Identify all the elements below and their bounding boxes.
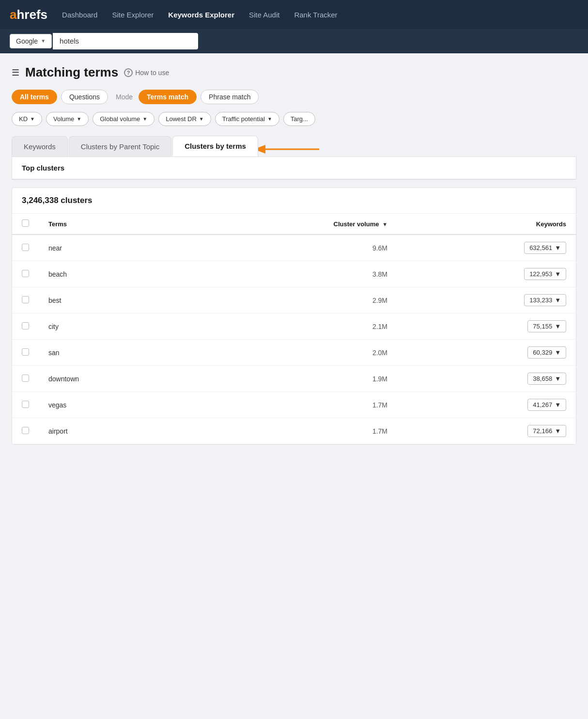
keywords-dropdown-btn[interactable]: 75,155 ▼ — [527, 320, 566, 332]
row-volume: 1.7M — [184, 418, 397, 444]
top-clusters-label: Top clusters — [22, 164, 64, 172]
table-row: vegas 1.7M 41,267 ▼ — [12, 392, 576, 418]
top-clusters-bar: Top clusters — [12, 156, 576, 180]
search-bar: Google ▼ — [0, 29, 588, 53]
keywords-dropdown-btn[interactable]: 72,166 ▼ — [527, 425, 566, 437]
row-volume: 1.9M — [184, 366, 397, 392]
filter-questions[interactable]: Questions — [61, 90, 108, 104]
row-keywords: 122,953 ▼ — [397, 261, 576, 287]
search-engine-label: Google — [16, 37, 38, 45]
row-term: best — [39, 287, 184, 313]
global-volume-dropdown-icon: ▼ — [142, 116, 147, 122]
search-input[interactable] — [53, 33, 198, 49]
filter-tabs-row: All terms Questions Mode Terms match Phr… — [12, 90, 576, 104]
keywords-dropdown-btn[interactable]: 38,658 ▼ — [527, 373, 566, 385]
table-row: best 2.9M 133,233 ▼ — [12, 287, 576, 313]
filter-phrase-match[interactable]: Phrase match — [201, 90, 259, 104]
row-keywords: 60,329 ▼ — [397, 340, 576, 366]
help-circle-icon: ? — [124, 68, 133, 77]
row-keywords: 75,155 ▼ — [397, 313, 576, 340]
table-row: downtown 1.9M 38,658 ▼ — [12, 366, 576, 392]
navbar: a hrefs Dashboard Site Explorer Keywords… — [0, 0, 588, 29]
row-term: city — [39, 313, 184, 340]
keywords-dropdown-btn[interactable]: 122,953 ▼ — [524, 268, 566, 280]
row-keywords: 38,658 ▼ — [397, 366, 576, 392]
row-term: beach — [39, 261, 184, 287]
row-checkbox[interactable] — [22, 427, 29, 434]
row-checkbox[interactable] — [22, 270, 29, 277]
row-volume: 3.8M — [184, 261, 397, 287]
row-volume: 1.7M — [184, 392, 397, 418]
nav-site-audit[interactable]: Site Audit — [249, 11, 279, 19]
clusters-table-section: 3,246,338 clusters Terms Cluster volume … — [12, 188, 576, 445]
row-checkbox[interactable] — [22, 401, 29, 408]
how-to-use-link[interactable]: ? How to use — [124, 68, 169, 77]
filter-volume[interactable]: Volume ▼ — [46, 112, 89, 126]
keywords-dropdown-btn[interactable]: 41,267 ▼ — [527, 399, 566, 411]
keywords-dropdown-icon: ▼ — [555, 401, 561, 408]
th-terms: Terms — [39, 214, 184, 234]
filter-traffic-potential[interactable]: Traffic potential ▼ — [215, 112, 279, 126]
row-checkbox[interactable] — [22, 322, 29, 329]
filter-targ[interactable]: Targ... — [283, 112, 315, 126]
kd-dropdown-icon: ▼ — [30, 116, 35, 122]
row-keywords: 41,267 ▼ — [397, 392, 576, 418]
row-keywords: 133,233 ▼ — [397, 287, 576, 313]
nav-rank-tracker[interactable]: Rank Tracker — [294, 11, 337, 19]
keywords-dropdown-icon: ▼ — [555, 349, 561, 356]
row-term: vegas — [39, 392, 184, 418]
search-engine-dropdown-icon: ▼ — [41, 38, 46, 44]
page-header: ☰ Matching terms ? How to use — [12, 65, 576, 80]
logo: a hrefs — [10, 7, 47, 22]
content-tabs-row: Keywords Clusters by Parent Topic Cluste… — [12, 136, 259, 156]
th-cluster-volume[interactable]: Cluster volume ▼ — [184, 214, 397, 234]
logo-a: a — [10, 7, 16, 22]
row-checkbox[interactable] — [22, 375, 29, 382]
keywords-dropdown-icon: ▼ — [555, 297, 561, 304]
row-volume: 2.0M — [184, 340, 397, 366]
volume-dropdown-icon: ▼ — [77, 116, 81, 122]
row-volume: 2.1M — [184, 313, 397, 340]
filter-dropdowns-row: KD ▼ Volume ▼ Global volume ▼ Lowest DR … — [12, 112, 576, 126]
keywords-dropdown-icon: ▼ — [555, 270, 561, 278]
tab-clusters-parent-topic[interactable]: Clusters by Parent Topic — [69, 136, 171, 156]
th-keywords: Keywords — [397, 214, 576, 234]
row-checkbox[interactable] — [22, 244, 29, 251]
row-checkbox[interactable] — [22, 348, 29, 356]
row-keywords: 72,166 ▼ — [397, 418, 576, 444]
row-volume: 9.6M — [184, 234, 397, 261]
keywords-dropdown-btn[interactable]: 632,561 ▼ — [524, 242, 566, 254]
keywords-dropdown-btn[interactable]: 60,329 ▼ — [527, 346, 566, 359]
nav-keywords-explorer[interactable]: Keywords Explorer — [168, 11, 234, 19]
row-term: downtown — [39, 366, 184, 392]
tab-keywords[interactable]: Keywords — [12, 136, 68, 156]
logo-hrefs: hrefs — [16, 7, 47, 22]
lowest-dr-dropdown-icon: ▼ — [199, 116, 204, 122]
keywords-dropdown-icon: ▼ — [555, 323, 561, 330]
search-engine-button[interactable]: Google ▼ — [10, 34, 52, 48]
table-row: near 9.6M 632,561 ▼ — [12, 234, 576, 261]
sort-arrow-icon: ▼ — [382, 221, 387, 227]
filter-terms-match[interactable]: Terms match — [139, 90, 197, 104]
tab-clusters-by-terms[interactable]: Clusters by terms — [172, 136, 258, 156]
table-row: city 2.1M 75,155 ▼ — [12, 313, 576, 340]
keywords-dropdown-icon: ▼ — [555, 427, 561, 435]
select-all-checkbox[interactable] — [22, 219, 29, 227]
table-row: airport 1.7M 72,166 ▼ — [12, 418, 576, 444]
how-to-use-label: How to use — [135, 69, 169, 77]
row-term: airport — [39, 418, 184, 444]
keywords-dropdown-icon: ▼ — [555, 375, 561, 382]
filter-kd[interactable]: KD ▼ — [12, 112, 42, 126]
filter-lowest-dr[interactable]: Lowest DR ▼ — [158, 112, 211, 126]
row-volume: 2.9M — [184, 287, 397, 313]
keywords-dropdown-btn[interactable]: 133,233 ▼ — [524, 294, 566, 306]
filter-global-volume[interactable]: Global volume ▼ — [93, 112, 155, 126]
traffic-potential-dropdown-icon: ▼ — [267, 116, 272, 122]
row-checkbox[interactable] — [22, 296, 29, 303]
table-row: beach 3.8M 122,953 ▼ — [12, 261, 576, 287]
filter-all-terms[interactable]: All terms — [12, 90, 57, 104]
nav-dashboard[interactable]: Dashboard — [62, 11, 97, 19]
nav-site-explorer[interactable]: Site Explorer — [112, 11, 154, 19]
hamburger-icon[interactable]: ☰ — [12, 67, 19, 78]
row-term: san — [39, 340, 184, 366]
